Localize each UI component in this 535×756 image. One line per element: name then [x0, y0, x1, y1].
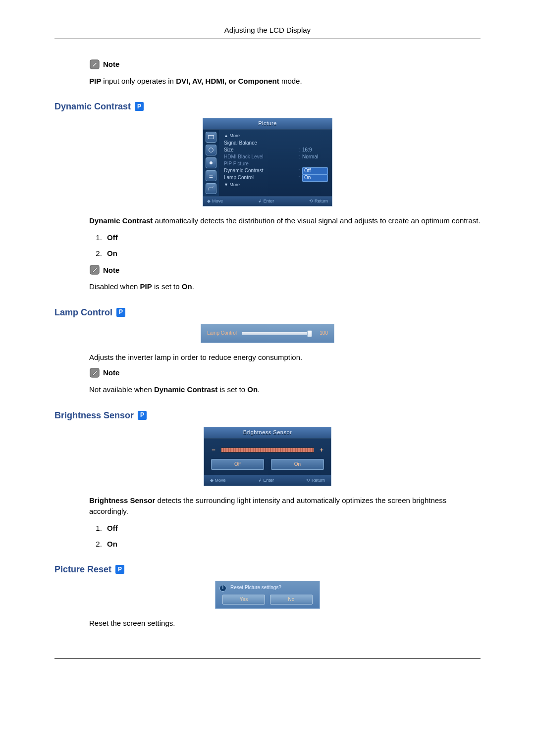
- p-badge-icon: P: [115, 565, 124, 574]
- p-badge-icon: P: [135, 102, 144, 111]
- footer-rule: [54, 658, 481, 659]
- picture-tab-icon[interactable]: [206, 132, 216, 143]
- footer-return: ⟲ Return: [306, 477, 325, 484]
- note-lc-text: Not available when Dynamic Contrast is s…: [89, 384, 481, 395]
- plus-icon[interactable]: +: [319, 446, 324, 455]
- brightness-on-button[interactable]: On: [271, 459, 324, 470]
- footer-enter: ↲ Enter: [258, 198, 274, 204]
- dynamic-contrast-desc: Dynamic Contrast automatically detects t…: [89, 215, 481, 226]
- more-up[interactable]: ▲ More: [224, 132, 328, 140]
- option-on: On: [104, 539, 481, 550]
- figure-lamp-control: Lamp Control 100: [54, 324, 481, 343]
- osd-row-lamp-control[interactable]: Lamp Control:On: [224, 174, 328, 181]
- footer-move: ◆ Move: [210, 477, 226, 484]
- lamp-control-desc: Adjusts the inverter lamp in order to re…: [89, 352, 481, 363]
- osd-bs-title: Brightness Sensor: [204, 427, 331, 439]
- figure-brightness-sensor: Brightness Sensor − + Off On ◆ Move ↲ En…: [54, 427, 481, 486]
- pencil-note-icon: [89, 265, 100, 275]
- option-off: Off: [104, 232, 481, 243]
- osd-footer: ◆ Move ↲ Enter ⟲ Return: [203, 196, 332, 206]
- osd-icon-column: [203, 130, 219, 196]
- p-badge-icon: P: [116, 308, 125, 317]
- note-pip: Note: [89, 59, 481, 70]
- pencil-note-icon: [89, 368, 100, 378]
- osd-picture-reset: i Reset Picture settings? Yes No: [215, 581, 320, 609]
- page-header: Adjusting the LCD Display: [54, 25, 481, 39]
- brightness-sensor-desc: Brightness Sensor detects the surroundin…: [89, 495, 481, 517]
- reset-no-button[interactable]: No: [270, 595, 313, 605]
- minus-icon[interactable]: −: [211, 446, 216, 455]
- osd-row-size[interactable]: Size:16:9: [224, 147, 328, 153]
- input-tab-icon[interactable]: [206, 183, 216, 194]
- lamp-slider[interactable]: [242, 332, 311, 335]
- option-on: On: [104, 248, 481, 259]
- svg-rect-1: [209, 136, 214, 139]
- heading-lamp-control: Lamp Control P: [54, 306, 481, 319]
- more-down[interactable]: ▼ More: [224, 181, 328, 189]
- note-dc: Note: [89, 265, 481, 276]
- footer-return: ⟲ Return: [309, 198, 328, 204]
- note-dc-text: Disabled when PIP is set to On.: [89, 281, 481, 292]
- setup-tab-icon[interactable]: [206, 157, 216, 168]
- figure-dynamic-contrast: Picture ▲ More Signal Balance Size:16:9 …: [54, 118, 481, 206]
- picture-reset-desc: Reset the screen settings.: [89, 618, 481, 629]
- lamp-value: 100: [316, 330, 328, 337]
- svg-point-3: [210, 162, 212, 164]
- svg-point-2: [209, 148, 214, 152]
- p-badge-icon: P: [138, 411, 147, 420]
- note-lc: Note: [89, 367, 481, 378]
- footer-move: ◆ Move: [207, 198, 223, 204]
- figure-picture-reset: i Reset Picture settings? Yes No: [54, 581, 481, 609]
- osd-row-pip-picture[interactable]: PIP Picture: [224, 160, 328, 167]
- sound-tab-icon[interactable]: [206, 145, 216, 155]
- reset-prompt: Reset Picture settings?: [230, 584, 281, 592]
- osd-row-hdmi-black[interactable]: HDMI Black Level:Normal: [224, 153, 328, 160]
- osd-brightness-sensor: Brightness Sensor − + Off On ◆ Move ↲ En…: [204, 427, 331, 486]
- osd-bs-footer: ◆ Move ↲ Enter ⟲ Return: [204, 475, 331, 486]
- lamp-slider-handle[interactable]: [307, 330, 312, 337]
- brightness-sensor-options: Off On: [89, 523, 481, 550]
- info-icon: i: [219, 585, 226, 592]
- pip-note-text: PIP input only operates in DVI, AV, HDMI…: [89, 76, 481, 87]
- osd-title: Picture: [203, 118, 332, 130]
- brightness-slider[interactable]: [221, 448, 314, 453]
- brightness-off-button[interactable]: Off: [211, 459, 264, 470]
- lamp-label: Lamp Control: [207, 330, 237, 337]
- heading-brightness-sensor: Brightness Sensor P: [54, 409, 481, 422]
- pencil-note-icon: [89, 59, 100, 69]
- heading-picture-reset: Picture Reset P: [54, 563, 481, 576]
- footer-enter: ↲ Enter: [258, 477, 274, 484]
- dynamic-contrast-options: Off On: [89, 232, 481, 259]
- option-off: Off: [104, 523, 481, 534]
- osd-picture-menu: Picture ▲ More Signal Balance Size:16:9 …: [203, 118, 332, 206]
- note-label: Note: [103, 265, 119, 276]
- heading-dynamic-contrast: Dynamic Contrast P: [54, 100, 481, 113]
- reset-yes-button[interactable]: Yes: [222, 595, 265, 605]
- osd-row-dynamic-contrast[interactable]: Dynamic Contrast:Off: [224, 167, 328, 174]
- osd-lamp-control: Lamp Control 100: [201, 324, 334, 343]
- note-label: Note: [103, 59, 119, 70]
- osd-row-signal-balance[interactable]: Signal Balance: [224, 140, 328, 147]
- note-label: Note: [103, 367, 119, 378]
- multi-tab-icon[interactable]: [206, 170, 216, 181]
- osd-list: ▲ More Signal Balance Size:16:9 HDMI Bla…: [219, 130, 332, 196]
